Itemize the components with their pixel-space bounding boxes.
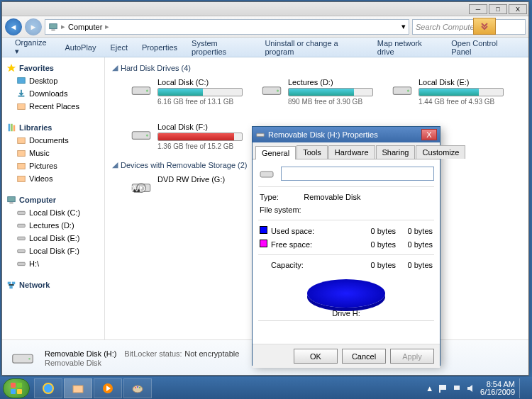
drive-free-text: 890 MB free of 3.90 GB <box>288 98 373 106</box>
apply-button[interactable]: Apply <box>390 349 434 364</box>
svg-rect-19 <box>12 282 15 285</box>
breadcrumb-location[interactable]: Computer <box>68 23 102 31</box>
address-bar[interactable]: ▸ Computer ▸ ▾ <box>45 19 409 35</box>
taskbar-ie[interactable] <box>34 378 62 398</box>
sidebar-item-downloads[interactable]: Downloads <box>5 87 101 100</box>
sidebar-item-desktop[interactable]: Desktop <box>5 74 101 87</box>
drive-icon <box>390 78 414 102</box>
svg-rect-38 <box>260 172 273 177</box>
triangle-icon: ◢ <box>112 160 118 169</box>
svg-rect-5 <box>11 124 13 132</box>
drive-item[interactable]: Local Disk (E:)1.44 GB free of 4.93 GB <box>390 78 504 106</box>
drive-icon <box>260 78 284 102</box>
tab-hardware[interactable]: Hardware <box>328 145 375 159</box>
sidebar-item-recent[interactable]: Recent Places <box>5 100 101 113</box>
drive-label-input[interactable] <box>281 167 434 181</box>
dvd-icon: DVD <box>129 175 153 199</box>
sidebar-item-documents[interactable]: Documents <box>5 134 101 147</box>
free-label: Free space: <box>271 238 349 250</box>
properties-button[interactable]: Properties <box>135 40 184 55</box>
close-button[interactable]: X <box>509 4 527 14</box>
windows-logo-icon <box>9 381 23 395</box>
search-input[interactable]: Search Computer <box>412 19 526 35</box>
drive-icon <box>16 208 26 218</box>
category-label: Devices with Removable Storage (2) <box>121 161 248 169</box>
notification-badge[interactable] <box>473 18 496 35</box>
eject-button[interactable]: Eject <box>103 40 134 55</box>
show-desktop-button[interactable] <box>519 378 525 398</box>
category-hard-drives[interactable]: ◢Hard Disk Drives (4) <box>112 63 521 72</box>
start-button[interactable] <box>3 378 30 398</box>
organize-menu[interactable]: Organize ▾ <box>8 35 57 59</box>
svg-rect-51 <box>439 385 440 393</box>
tray-expand-icon[interactable]: ▲ <box>426 384 433 393</box>
tab-general[interactable]: General <box>255 146 296 159</box>
taskbar-explorer[interactable] <box>64 378 92 398</box>
titlebar[interactable]: ─ □ X <box>2 2 528 16</box>
sidebar-item-drive-c[interactable]: Local Disk (C:) <box>5 206 101 219</box>
clock[interactable]: 8:54 AM 6/16/2009 <box>480 381 515 396</box>
type-label: Type: <box>260 191 302 203</box>
dialog-tabs: General Tools Hardware Sharing Customize <box>253 142 440 159</box>
svg-rect-7 <box>18 138 26 144</box>
flag-icon[interactable] <box>438 383 448 393</box>
tab-sharing[interactable]: Sharing <box>376 145 416 159</box>
taskbar-media[interactable] <box>94 378 122 398</box>
breadcrumb-sep: ▸ <box>61 22 65 31</box>
map-drive-button[interactable]: Map network drive <box>370 36 444 59</box>
drive-capacity-bar <box>157 133 243 141</box>
sidebar-computer[interactable]: Computer <box>5 193 101 206</box>
drive-item[interactable]: DVDDVD RW Drive (G:) <box>129 175 243 199</box>
sidebar-label: Libraries <box>19 123 52 132</box>
drive-icon <box>255 130 265 140</box>
search-placeholder: Search Computer <box>416 23 477 31</box>
network-tray-icon[interactable] <box>452 383 462 393</box>
tab-customize[interactable]: Customize <box>416 145 465 159</box>
chevron-down-icon <box>479 21 490 32</box>
drive-icon <box>258 165 275 182</box>
sidebar-item-drive-h[interactable]: H:\ <box>5 257 101 270</box>
drive-item[interactable]: Local Disk (C:)6.16 GB free of 13.1 GB <box>129 78 243 106</box>
sidebar-item-drive-e[interactable]: Local Disk (E:) <box>5 232 101 245</box>
forward-button[interactable]: ► <box>25 18 42 35</box>
sidebar-network[interactable]: Network <box>5 279 101 291</box>
refresh-dropdown-icon[interactable]: ▾ <box>401 22 406 31</box>
dialog-close-button[interactable]: X <box>421 129 437 140</box>
sidebar: Favorites Desktop Downloads Recent Place… <box>2 57 105 355</box>
sidebar-libraries[interactable]: Libraries <box>5 121 101 134</box>
system-properties-button[interactable]: System properties <box>184 36 257 59</box>
sidebar-item-label: Local Disk (F:) <box>29 247 79 255</box>
sidebar-item-music[interactable]: Music <box>5 147 101 159</box>
computer-icon <box>6 195 16 205</box>
capacity-pie-chart <box>307 279 385 308</box>
sidebar-item-pictures[interactable]: Pictures <box>5 159 101 172</box>
uninstall-button[interactable]: Uninstall or change a program <box>257 36 370 59</box>
fs-label: File system: <box>260 204 433 215</box>
ok-button[interactable]: OK <box>294 349 338 364</box>
sidebar-item-videos[interactable]: Videos <box>5 172 101 185</box>
drive-item[interactable]: Lectures (D:)890 MB free of 3.90 GB <box>260 78 373 106</box>
details-title: Removable Disk (H:) <box>45 349 116 358</box>
volume-icon[interactable] <box>466 383 476 393</box>
sidebar-item-drive-d[interactable]: Lectures (D:) <box>5 219 101 232</box>
back-button[interactable]: ◄ <box>5 18 22 35</box>
svg-rect-40 <box>17 383 22 388</box>
svg-point-48 <box>137 386 138 388</box>
details-bl-value: Not encryptable <box>184 349 239 358</box>
dialog-titlebar[interactable]: Removable Disk (H:) Properties X <box>253 127 440 142</box>
cancel-button[interactable]: Cancel <box>342 349 386 364</box>
maximize-button[interactable]: □ <box>489 4 507 14</box>
svg-rect-18 <box>8 282 11 285</box>
sidebar-item-drive-f[interactable]: Local Disk (F:) <box>5 245 101 257</box>
tab-tools[interactable]: Tools <box>297 145 328 159</box>
drive-item[interactable]: Local Disk (F:)1.36 GB free of 15.2 GB <box>129 123 243 150</box>
sidebar-favorites[interactable]: Favorites <box>5 62 101 74</box>
taskbar-paint[interactable] <box>123 378 152 398</box>
breadcrumb-sep: ▸ <box>105 22 109 31</box>
drive-icon <box>16 259 26 269</box>
autoplay-button[interactable]: AutoPlay <box>57 40 103 55</box>
used-bytes: 0 bytes <box>350 225 396 237</box>
minimize-button[interactable]: ─ <box>469 4 487 14</box>
capacity-bytes: 0 bytes <box>342 259 396 271</box>
control-panel-button[interactable]: Open Control Panel <box>444 36 523 59</box>
